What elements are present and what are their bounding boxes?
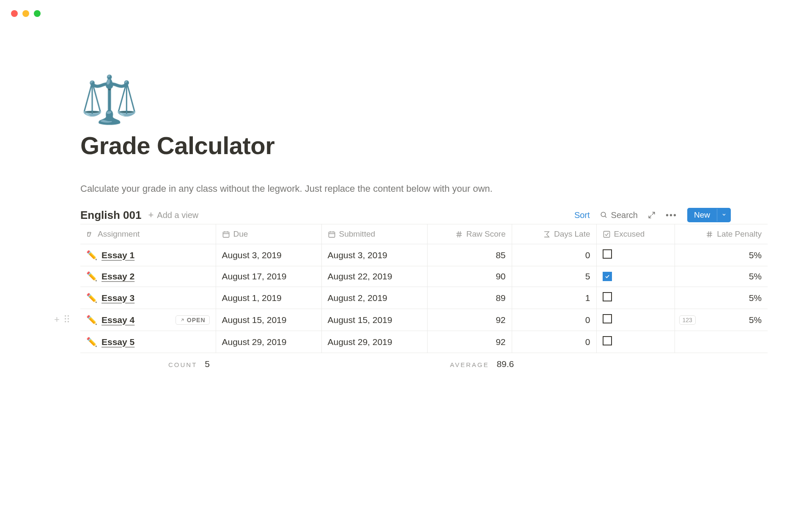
- cell-late-penalty[interactable]: 5%: [675, 244, 768, 266]
- cell-due[interactable]: August 1, 2019: [216, 287, 321, 309]
- column-header-submitted[interactable]: Submitted: [321, 224, 427, 244]
- date-property-icon: [222, 230, 230, 238]
- column-header-excused[interactable]: Excused: [596, 224, 675, 244]
- page-title[interactable]: Grade Calculator: [80, 131, 732, 160]
- expand-icon[interactable]: [648, 211, 656, 219]
- pencil-icon: ✏️: [86, 293, 97, 303]
- cell-excused[interactable]: [596, 309, 675, 331]
- cell-due[interactable]: August 3, 2019: [216, 244, 321, 266]
- open-page-button[interactable]: OPEN: [176, 315, 210, 325]
- svg-point-0: [601, 212, 606, 217]
- sort-button[interactable]: Sort: [574, 210, 590, 220]
- column-header-due[interactable]: Due: [216, 224, 321, 244]
- cell-submitted[interactable]: August 3, 2019: [321, 244, 427, 266]
- cell-assignment[interactable]: ✏️Essay 2: [80, 266, 216, 287]
- footer-count[interactable]: COUNT 5: [80, 353, 216, 375]
- cell-late-penalty[interactable]: 5%: [675, 287, 768, 309]
- add-row-button[interactable]: +: [54, 314, 60, 325]
- footer-average[interactable]: AVERAGE 89.6: [427, 353, 596, 375]
- assignment-name[interactable]: Essay 4: [102, 315, 134, 325]
- formula-property-icon: [543, 230, 551, 238]
- checkbox-property-icon: [603, 230, 611, 238]
- table-row[interactable]: ✏️Essay 2August 17, 2019August 22, 20199…: [80, 266, 768, 287]
- column-header-days-late[interactable]: Days Late: [512, 224, 596, 244]
- expand-icon: [180, 318, 185, 323]
- excused-checkbox[interactable]: [603, 292, 612, 301]
- table-row[interactable]: ✏️Essay 5August 29, 2019August 29, 20199…: [80, 331, 768, 353]
- cell-excused[interactable]: [596, 244, 675, 266]
- cell-raw-score[interactable]: 92: [427, 331, 512, 353]
- minimize-window-button[interactable]: [22, 10, 29, 17]
- title-property-icon: Aa: [86, 230, 94, 238]
- search-icon: [600, 211, 608, 219]
- window-controls: [11, 10, 41, 17]
- new-button-dropdown[interactable]: [717, 209, 731, 221]
- cell-days-late[interactable]: 1: [512, 287, 596, 309]
- table-row[interactable]: ✏️Essay 1August 3, 2019August 3, 2019850…: [80, 244, 768, 266]
- excused-checkbox[interactable]: [603, 249, 612, 259]
- assignment-name[interactable]: Essay 1: [102, 250, 134, 260]
- more-options-button[interactable]: •••: [666, 210, 677, 220]
- database-title[interactable]: English 001: [80, 209, 142, 222]
- table-row[interactable]: +✏️Essay 4OPENAugust 15, 2019August 15, …: [80, 309, 768, 331]
- cell-late-penalty[interactable]: 5%: [675, 266, 768, 287]
- cell-excused[interactable]: [596, 331, 675, 353]
- cell-days-late[interactable]: 0: [512, 244, 596, 266]
- cell-submitted[interactable]: August 22, 2019: [321, 266, 427, 287]
- assignment-name[interactable]: Essay 5: [102, 337, 134, 347]
- column-header-assignment[interactable]: Aa Assignment: [80, 224, 216, 244]
- cell-late-penalty[interactable]: [675, 331, 768, 353]
- assignment-name[interactable]: Essay 3: [102, 293, 134, 303]
- check-icon: [604, 273, 610, 279]
- pencil-icon: ✏️: [86, 337, 97, 347]
- table-row[interactable]: ✏️Essay 3August 1, 2019August 2, 2019891…: [80, 287, 768, 309]
- excused-checkbox[interactable]: [603, 314, 612, 323]
- cell-submitted[interactable]: August 29, 2019: [321, 331, 427, 353]
- svg-line-19: [708, 231, 709, 237]
- cell-days-late[interactable]: 5: [512, 266, 596, 287]
- column-header-late-penalty[interactable]: Late Penalty: [675, 224, 768, 244]
- svg-line-14: [458, 231, 458, 237]
- cell-days-late[interactable]: 0: [512, 309, 596, 331]
- cell-days-late[interactable]: 0: [512, 331, 596, 353]
- assignment-name[interactable]: Essay 2: [102, 271, 134, 282]
- close-window-button[interactable]: [11, 10, 18, 17]
- svg-rect-4: [223, 232, 229, 237]
- cell-raw-score[interactable]: 85: [427, 244, 512, 266]
- cell-due[interactable]: August 15, 2019: [216, 309, 321, 331]
- svg-text:a: a: [90, 232, 91, 234]
- add-view-button[interactable]: + Add a view: [148, 210, 199, 221]
- cell-assignment[interactable]: +✏️Essay 4OPEN: [80, 309, 216, 331]
- cell-late-penalty[interactable]: 1235%: [675, 309, 768, 331]
- cell-due[interactable]: August 29, 2019: [216, 331, 321, 353]
- svg-text:A: A: [87, 231, 89, 235]
- maximize-window-button[interactable]: [34, 10, 41, 17]
- new-button[interactable]: New: [687, 208, 731, 222]
- excused-checkbox[interactable]: [603, 272, 612, 281]
- column-header-raw-score[interactable]: Raw Score: [427, 224, 512, 244]
- number-property-icon: [455, 230, 463, 238]
- cell-submitted[interactable]: August 15, 2019: [321, 309, 427, 331]
- excused-checkbox[interactable]: [603, 336, 612, 345]
- cell-raw-score[interactable]: 90: [427, 266, 512, 287]
- date-property-icon: [328, 230, 336, 238]
- cell-assignment[interactable]: ✏️Essay 5: [80, 331, 216, 353]
- cell-assignment[interactable]: ✏️Essay 1: [80, 244, 216, 266]
- cell-due[interactable]: August 17, 2019: [216, 266, 321, 287]
- number-format-badge[interactable]: 123: [679, 315, 696, 325]
- svg-point-24: [68, 318, 69, 319]
- cell-raw-score[interactable]: 92: [427, 309, 512, 331]
- page-icon[interactable]: ⚖️: [80, 76, 732, 123]
- svg-point-23: [65, 318, 66, 319]
- svg-rect-8: [329, 232, 335, 237]
- cell-excused[interactable]: [596, 287, 675, 309]
- cell-excused[interactable]: [596, 266, 675, 287]
- chevron-down-icon: [721, 212, 727, 217]
- search-button[interactable]: Search: [600, 210, 638, 220]
- cell-raw-score[interactable]: 89: [427, 287, 512, 309]
- svg-line-1: [605, 216, 606, 218]
- cell-assignment[interactable]: ✏️Essay 3: [80, 287, 216, 309]
- cell-submitted[interactable]: August 2, 2019: [321, 287, 427, 309]
- drag-handle[interactable]: [64, 315, 70, 325]
- page-description[interactable]: Calculate your grade in any class withou…: [80, 183, 732, 194]
